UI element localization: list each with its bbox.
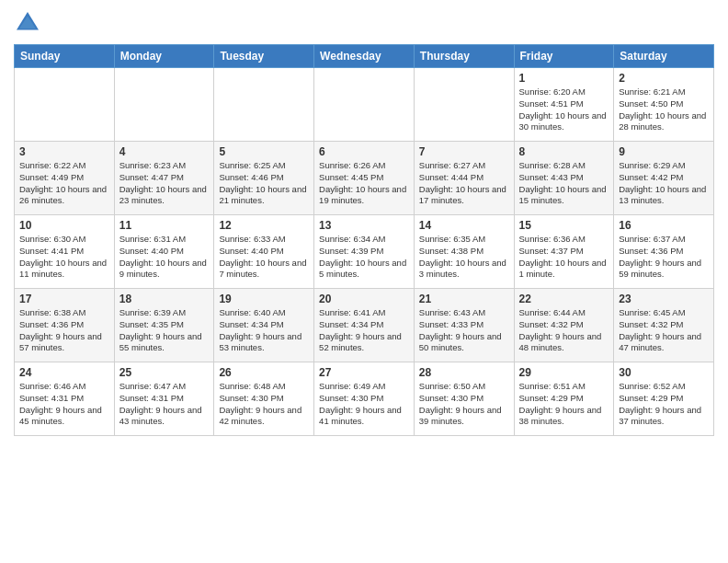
- day-number: 28: [419, 366, 509, 379]
- day-info: Sunrise: 6:52 AM Sunset: 4:29 PM Dayligh…: [619, 381, 709, 428]
- day-number: 8: [519, 145, 609, 158]
- calendar-week-1: 3Sunrise: 6:22 AM Sunset: 4:49 PM Daylig…: [15, 142, 714, 215]
- day-info: Sunrise: 6:49 AM Sunset: 4:30 PM Dayligh…: [319, 381, 409, 428]
- calendar-cell: 20Sunrise: 6:41 AM Sunset: 4:34 PM Dayli…: [314, 289, 415, 362]
- calendar-cell: 28Sunrise: 6:50 AM Sunset: 4:30 PM Dayli…: [414, 362, 514, 436]
- weekday-wednesday: Wednesday: [314, 45, 415, 68]
- day-info: Sunrise: 6:51 AM Sunset: 4:29 PM Dayligh…: [519, 381, 609, 428]
- calendar-table: SundayMondayTuesdayWednesdayThursdayFrid…: [14, 44, 714, 436]
- day-info: Sunrise: 6:23 AM Sunset: 4:47 PM Dayligh…: [119, 160, 210, 207]
- calendar-cell: 30Sunrise: 6:52 AM Sunset: 4:29 PM Dayli…: [614, 362, 714, 436]
- day-number: 27: [319, 366, 409, 379]
- logo-icon: [14, 9, 41, 37]
- day-number: 3: [19, 145, 109, 158]
- day-number: 26: [219, 366, 309, 379]
- calendar-cell: 3Sunrise: 6:22 AM Sunset: 4:49 PM Daylig…: [15, 142, 115, 215]
- calendar-cell: 19Sunrise: 6:40 AM Sunset: 4:34 PM Dayli…: [214, 289, 314, 362]
- day-info: Sunrise: 6:22 AM Sunset: 4:49 PM Dayligh…: [19, 160, 109, 207]
- day-info: Sunrise: 6:25 AM Sunset: 4:46 PM Dayligh…: [219, 160, 309, 207]
- day-number: 16: [619, 219, 709, 232]
- calendar-cell: 12Sunrise: 6:33 AM Sunset: 4:40 PM Dayli…: [214, 215, 314, 289]
- calendar-cell: 11Sunrise: 6:31 AM Sunset: 4:40 PM Dayli…: [114, 215, 214, 289]
- day-info: Sunrise: 6:33 AM Sunset: 4:40 PM Dayligh…: [219, 234, 309, 281]
- day-info: Sunrise: 6:40 AM Sunset: 4:34 PM Dayligh…: [219, 307, 309, 354]
- day-number: 2: [619, 72, 709, 85]
- day-info: Sunrise: 6:39 AM Sunset: 4:35 PM Dayligh…: [119, 307, 210, 354]
- calendar-cell: 27Sunrise: 6:49 AM Sunset: 4:30 PM Dayli…: [314, 362, 415, 436]
- day-number: 13: [319, 219, 409, 232]
- calendar-cell: 2Sunrise: 6:21 AM Sunset: 4:50 PM Daylig…: [614, 68, 714, 142]
- day-number: 30: [619, 366, 709, 379]
- calendar-week-0: 1Sunrise: 6:20 AM Sunset: 4:51 PM Daylig…: [15, 68, 714, 142]
- day-number: 9: [619, 145, 709, 158]
- day-info: Sunrise: 6:36 AM Sunset: 4:37 PM Dayligh…: [519, 234, 609, 281]
- calendar-week-3: 17Sunrise: 6:38 AM Sunset: 4:36 PM Dayli…: [15, 289, 714, 362]
- weekday-friday: Friday: [514, 45, 614, 68]
- weekday-sunday: Sunday: [15, 45, 115, 68]
- day-number: 7: [419, 145, 509, 158]
- weekday-thursday: Thursday: [414, 45, 514, 68]
- calendar-cell: 6Sunrise: 6:26 AM Sunset: 4:45 PM Daylig…: [314, 142, 415, 215]
- day-number: 1: [519, 72, 609, 85]
- calendar-cell: 25Sunrise: 6:47 AM Sunset: 4:31 PM Dayli…: [114, 362, 214, 436]
- day-info: Sunrise: 6:35 AM Sunset: 4:38 PM Dayligh…: [419, 234, 509, 281]
- day-info: Sunrise: 6:29 AM Sunset: 4:42 PM Dayligh…: [619, 160, 709, 207]
- calendar-cell: 22Sunrise: 6:44 AM Sunset: 4:32 PM Dayli…: [514, 289, 614, 362]
- calendar-cell: 14Sunrise: 6:35 AM Sunset: 4:38 PM Dayli…: [414, 215, 514, 289]
- calendar-cell: 29Sunrise: 6:51 AM Sunset: 4:29 PM Dayli…: [514, 362, 614, 436]
- main-container: SundayMondayTuesdayWednesdayThursdayFrid…: [0, 0, 728, 563]
- day-number: 21: [419, 293, 509, 305]
- day-info: Sunrise: 6:26 AM Sunset: 4:45 PM Dayligh…: [319, 160, 409, 207]
- day-number: 25: [119, 366, 210, 379]
- calendar-cell: 18Sunrise: 6:39 AM Sunset: 4:35 PM Dayli…: [114, 289, 214, 362]
- calendar-week-4: 24Sunrise: 6:46 AM Sunset: 4:31 PM Dayli…: [15, 362, 714, 436]
- day-info: Sunrise: 6:50 AM Sunset: 4:30 PM Dayligh…: [419, 381, 509, 428]
- day-number: 10: [19, 219, 109, 232]
- day-number: 19: [219, 293, 309, 305]
- calendar-cell: 7Sunrise: 6:27 AM Sunset: 4:44 PM Daylig…: [414, 142, 514, 215]
- day-number: 24: [19, 366, 109, 379]
- day-info: Sunrise: 6:48 AM Sunset: 4:30 PM Dayligh…: [219, 381, 309, 428]
- day-info: Sunrise: 6:27 AM Sunset: 4:44 PM Dayligh…: [419, 160, 509, 207]
- logo: [14, 9, 45, 37]
- day-number: 20: [319, 293, 409, 305]
- calendar-cell: 26Sunrise: 6:48 AM Sunset: 4:30 PM Dayli…: [214, 362, 314, 436]
- calendar-cell: 15Sunrise: 6:36 AM Sunset: 4:37 PM Dayli…: [514, 215, 614, 289]
- weekday-tuesday: Tuesday: [214, 45, 314, 68]
- calendar-cell: 23Sunrise: 6:45 AM Sunset: 4:32 PM Dayli…: [614, 289, 714, 362]
- calendar-cell: 5Sunrise: 6:25 AM Sunset: 4:46 PM Daylig…: [214, 142, 314, 215]
- calendar-cell: [114, 68, 214, 142]
- day-number: 23: [619, 293, 709, 305]
- day-number: 12: [219, 219, 309, 232]
- day-info: Sunrise: 6:37 AM Sunset: 4:36 PM Dayligh…: [619, 234, 709, 281]
- weekday-header-row: SundayMondayTuesdayWednesdayThursdayFrid…: [15, 45, 714, 68]
- day-number: 6: [319, 145, 409, 158]
- day-number: 5: [219, 145, 309, 158]
- calendar-cell: [314, 68, 415, 142]
- calendar-cell: 4Sunrise: 6:23 AM Sunset: 4:47 PM Daylig…: [114, 142, 214, 215]
- day-info: Sunrise: 6:30 AM Sunset: 4:41 PM Dayligh…: [19, 234, 109, 281]
- day-number: 4: [119, 145, 210, 158]
- day-number: 17: [19, 293, 109, 305]
- day-number: 22: [519, 293, 609, 305]
- day-info: Sunrise: 6:34 AM Sunset: 4:39 PM Dayligh…: [319, 234, 409, 281]
- day-info: Sunrise: 6:31 AM Sunset: 4:40 PM Dayligh…: [119, 234, 210, 281]
- day-info: Sunrise: 6:43 AM Sunset: 4:33 PM Dayligh…: [419, 307, 509, 354]
- day-info: Sunrise: 6:45 AM Sunset: 4:32 PM Dayligh…: [619, 307, 709, 354]
- calendar-cell: [15, 68, 115, 142]
- calendar-cell: 10Sunrise: 6:30 AM Sunset: 4:41 PM Dayli…: [15, 215, 115, 289]
- day-number: 18: [119, 293, 210, 305]
- calendar-cell: 1Sunrise: 6:20 AM Sunset: 4:51 PM Daylig…: [514, 68, 614, 142]
- calendar-body: 1Sunrise: 6:20 AM Sunset: 4:51 PM Daylig…: [15, 68, 714, 436]
- day-number: 29: [519, 366, 609, 379]
- day-info: Sunrise: 6:47 AM Sunset: 4:31 PM Dayligh…: [119, 381, 210, 428]
- day-info: Sunrise: 6:41 AM Sunset: 4:34 PM Dayligh…: [319, 307, 409, 354]
- calendar-cell: 13Sunrise: 6:34 AM Sunset: 4:39 PM Dayli…: [314, 215, 415, 289]
- calendar-cell: [214, 68, 314, 142]
- day-info: Sunrise: 6:46 AM Sunset: 4:31 PM Dayligh…: [19, 381, 109, 428]
- header: [14, 9, 714, 37]
- calendar-cell: 24Sunrise: 6:46 AM Sunset: 4:31 PM Dayli…: [15, 362, 115, 436]
- calendar-week-2: 10Sunrise: 6:30 AM Sunset: 4:41 PM Dayli…: [15, 215, 714, 289]
- day-info: Sunrise: 6:20 AM Sunset: 4:51 PM Dayligh…: [519, 86, 609, 133]
- calendar-cell: [414, 68, 514, 142]
